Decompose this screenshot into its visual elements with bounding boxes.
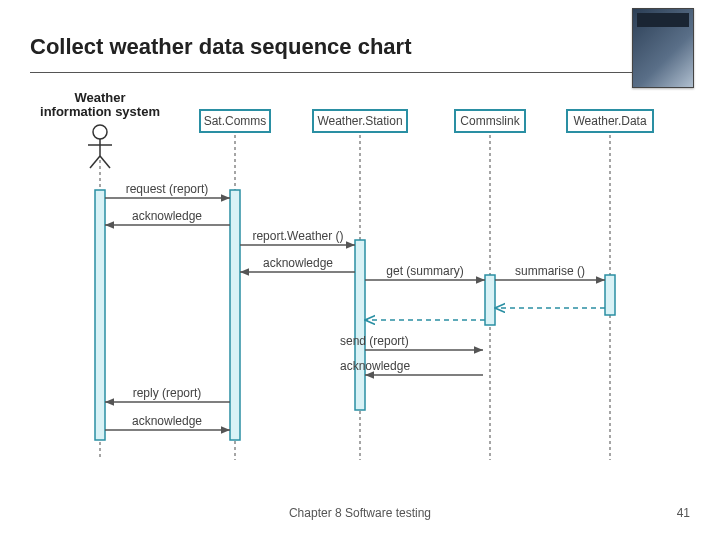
- msg-send-report-label: send (report): [340, 334, 409, 348]
- slide: Collect weather data sequence chart Wea: [0, 0, 720, 540]
- msg-ack-2-label: acknowledge: [263, 256, 333, 270]
- stick-figure-icon: [93, 125, 107, 139]
- svg-text:information system: information system: [40, 104, 160, 119]
- msg-get-summary-label: get (summary): [386, 264, 463, 278]
- svg-line-5: [100, 156, 110, 168]
- book-cover-image: [632, 8, 694, 88]
- activation-cl: [485, 275, 495, 325]
- svg-text:Weather.Data: Weather.Data: [573, 114, 646, 128]
- svg-text:Weather: Weather: [74, 90, 125, 105]
- object-ws: Weather.Station: [313, 110, 407, 132]
- page-number: 41: [677, 506, 690, 520]
- activation-wd: [605, 275, 615, 315]
- activation-ws: [355, 240, 365, 410]
- msg-report-weather-label: report.Weather (): [252, 229, 343, 243]
- slide-title: Collect weather data sequence chart: [30, 34, 411, 60]
- msg-reply-report-label: reply (report): [133, 386, 202, 400]
- sequence-diagram: Weather information system Sat.Comms Wea…: [40, 90, 680, 470]
- svg-text:Commslink: Commslink: [460, 114, 520, 128]
- msg-ack-1-label: acknowledge: [132, 209, 202, 223]
- actor-wis: Weather information system: [40, 90, 160, 168]
- footer-chapter: Chapter 8 Software testing: [0, 506, 720, 520]
- object-cl: Commslink: [455, 110, 525, 132]
- msg-summarise-label: summarise (): [515, 264, 585, 278]
- object-sat: Sat.Comms: [200, 110, 270, 132]
- activation-sat: [230, 190, 240, 440]
- svg-text:Sat.Comms: Sat.Comms: [204, 114, 267, 128]
- title-divider: [30, 72, 690, 73]
- msg-ack-4-label: acknowledge: [132, 414, 202, 428]
- msg-ack-3-label: acknowledge: [340, 359, 410, 373]
- object-wd: Weather.Data: [567, 110, 653, 132]
- svg-line-4: [90, 156, 100, 168]
- activation-wis: [95, 190, 105, 440]
- msg-request-report-label: request (report): [126, 182, 209, 196]
- svg-text:Weather.Station: Weather.Station: [317, 114, 402, 128]
